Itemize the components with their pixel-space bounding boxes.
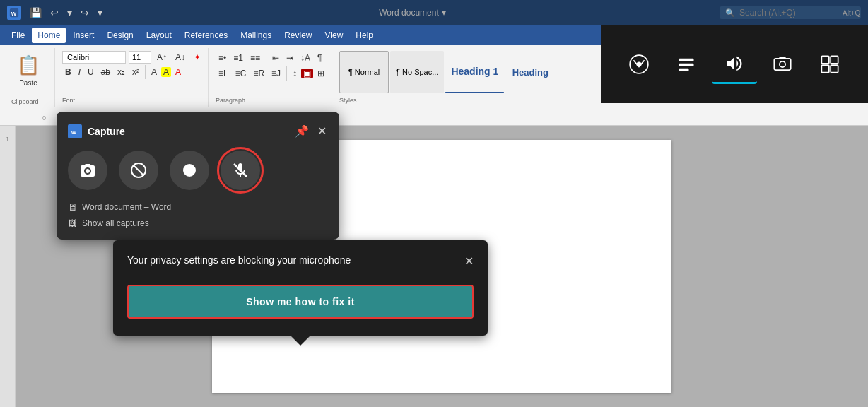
svg-rect-10 [822, 56, 830, 64]
font-color-button[interactable]: A [172, 66, 184, 78]
gif-button[interactable] [119, 151, 158, 190]
style-heading2[interactable]: Heading [505, 51, 555, 93]
svg-text:W: W [11, 11, 17, 17]
xbox-icon [626, 52, 652, 77]
shading-button[interactable]: ▣ [301, 69, 313, 78]
line-spacing-button[interactable]: ↕ [290, 67, 300, 80]
multilevel-button[interactable]: ≡≡ [247, 52, 263, 64]
font-group: Calibri 11 A↑ A↓ ✦ B I U ab x₂ x² A A A … [58, 48, 209, 107]
align-center-button[interactable]: ≡C [233, 67, 250, 80]
superscript-button[interactable]: x² [129, 66, 142, 78]
decrease-indent-button[interactable]: ⇤ [269, 52, 282, 64]
bold-button[interactable]: B [62, 66, 74, 78]
xbox-overlay [601, 25, 868, 103]
increase-indent-button[interactable]: ⇥ [283, 52, 296, 64]
strikethrough-button[interactable]: ab [98, 66, 113, 78]
svg-line-17 [134, 165, 144, 176]
menu-mailings[interactable]: Mailings [235, 28, 277, 43]
bullets-button[interactable]: ≡• [216, 52, 229, 64]
capture-overlay-button[interactable] [760, 46, 805, 83]
bar-button[interactable] [664, 46, 709, 83]
underline-button[interactable]: U [85, 66, 97, 78]
widget-button[interactable] [807, 46, 852, 83]
clipboard-group: 📋 Paste Clipboard [6, 48, 55, 107]
menu-help[interactable]: Help [350, 28, 379, 43]
svg-rect-7 [774, 59, 790, 70]
save-button[interactable]: 💾 [27, 6, 45, 20]
menu-layout[interactable]: Layout [141, 28, 177, 43]
font-name-row: Calibri 11 A↑ A↓ ✦ [62, 51, 204, 64]
numbering-button[interactable]: ≡1 [230, 52, 246, 64]
text-effect-button[interactable]: A [148, 66, 160, 78]
capture-header: W Capture 📌 ✕ [68, 123, 328, 139]
font-name-input[interactable]: Calibri [62, 51, 126, 64]
menu-review[interactable]: Review [278, 28, 317, 43]
menu-references[interactable]: References [179, 28, 233, 43]
xbox-button[interactable] [616, 46, 662, 83]
menu-file[interactable]: File [6, 28, 30, 43]
menu-view[interactable]: View [319, 28, 349, 43]
capture-title-icon: W [68, 124, 82, 138]
redo-button[interactable]: ↪ [78, 6, 92, 20]
bar-icon [674, 52, 699, 77]
mic-blocked-toast: Your privacy settings are blocking your … [113, 240, 488, 336]
text-highlight-button[interactable]: A [161, 67, 171, 77]
style-normal[interactable]: ¶ Normal [339, 51, 389, 93]
divider2 [266, 51, 266, 65]
volume-button[interactable] [712, 45, 757, 84]
menu-home[interactable]: Home [32, 28, 66, 43]
align-right-button[interactable]: ≡R [250, 67, 267, 80]
paragraph-label: Paragraph [216, 97, 327, 104]
svg-rect-4 [679, 59, 694, 61]
paste-button[interactable]: 📋 Paste [11, 49, 45, 88]
left-bar: 1 [0, 126, 16, 407]
style-heading1[interactable]: Heading 1 [445, 51, 504, 93]
show-captures-button[interactable]: 🖼 Show all captures [68, 218, 149, 228]
mic-off-button[interactable] [221, 151, 260, 190]
svg-rect-11 [831, 56, 838, 64]
customize-button[interactable]: ▾ [95, 6, 105, 20]
undo-dropdown[interactable]: ▾ [64, 6, 75, 20]
shrink-font-button[interactable]: A↓ [172, 51, 188, 64]
undo-button[interactable]: ↩ [47, 6, 61, 20]
search-bar[interactable]: 🔍 Alt+Q [720, 6, 861, 19]
borders-button[interactable]: ⊞ [315, 67, 327, 80]
main-container: W 💾 ↩ ▾ ↪ ▾ Word document ▾ 🔍 Alt+Q [0, 0, 868, 407]
style-no-spacing[interactable]: ¶ No Spac... [390, 51, 444, 93]
menu-design[interactable]: Design [101, 28, 139, 43]
mic-blocked-message: Your privacy settings are blocking your … [127, 254, 351, 266]
quick-access-toolbar: 💾 ↩ ▾ ↪ ▾ [27, 6, 105, 20]
mic-blocked-close-button[interactable]: ✕ [464, 254, 474, 268]
capture-source: 🖥 Word document – Word [68, 201, 328, 213]
capture-close-button[interactable]: ✕ [316, 123, 328, 139]
search-input[interactable] [739, 8, 838, 18]
paragraph-group: ≡• ≡1 ≡≡ ⇤ ⇥ ↕A ¶ ≡L ≡C ≡R ≡J ↕ ▣ ⊞ Para… [211, 48, 332, 107]
grow-font-button[interactable]: A↑ [154, 51, 170, 64]
subscript-button[interactable]: x₂ [115, 66, 128, 78]
mic-blocked-header: Your privacy settings are blocking your … [127, 254, 474, 268]
fix-button[interactable]: Show me how to fix it [127, 285, 474, 319]
font-size-input[interactable]: 11 [129, 51, 151, 64]
svg-rect-5 [679, 64, 694, 66]
widget-icon [817, 52, 843, 77]
pin-button[interactable]: 📌 [293, 123, 310, 139]
document-title: Word document ▾ [379, 8, 446, 18]
align-left-button[interactable]: ≡L [216, 67, 231, 80]
title-bar-left: W 💾 ↩ ▾ ↪ ▾ [7, 6, 105, 20]
word-icon: W [7, 6, 21, 20]
svg-rect-12 [822, 65, 830, 73]
screenshot-button[interactable] [68, 151, 107, 190]
sort-button[interactable]: ↕A [298, 52, 313, 64]
capture-title: W Capture [68, 124, 125, 138]
menu-insert[interactable]: Insert [67, 28, 100, 43]
record-button[interactable] [170, 151, 209, 190]
svg-point-3 [636, 62, 641, 67]
italic-button[interactable]: I [76, 66, 83, 78]
show-marks-button[interactable]: ¶ [315, 52, 324, 64]
font-label: Font [62, 97, 204, 104]
svg-point-8 [779, 61, 785, 67]
clear-format-button[interactable]: ✦ [191, 51, 204, 64]
title-bar: W 💾 ↩ ▾ ↪ ▾ Word document ▾ 🔍 Alt+Q [0, 0, 868, 25]
justify-button[interactable]: ≡J [269, 67, 283, 80]
source-icon: 🖥 [68, 201, 78, 213]
